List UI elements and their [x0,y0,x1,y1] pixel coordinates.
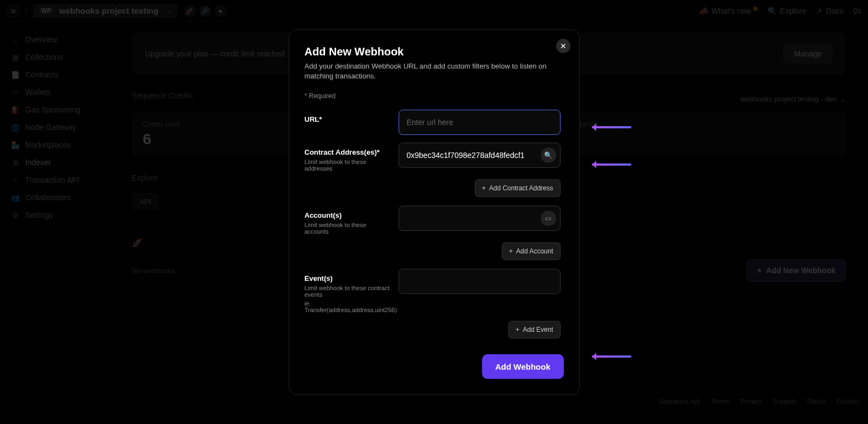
wallet-icon: ▭ [545,214,551,222]
close-button[interactable]: ✕ [556,38,570,53]
events-help-example: ie. Transfer(address,address,uint256) [305,300,390,313]
events-label: Event(s) Limit webhook to these contract… [305,269,390,313]
add-contract-label: Add Contract Address [489,184,553,192]
close-icon: ✕ [560,41,567,50]
accounts-label: Account(s) Limit webhook to these accoun… [305,206,390,235]
plus-icon: + [516,326,519,333]
modal-title: Add New Webhook [305,45,564,58]
events-label-text: Event(s) [305,274,333,282]
add-webhook-modal: ✕ Add New Webhook Add your destination W… [289,29,580,394]
contract-label: Contract Address(es)* Limit webhook to t… [305,143,390,172]
accounts-label-text: Account(s) [305,211,342,219]
wallet-picker-button[interactable]: ▭ [541,211,556,226]
contract-label-text: Contract Address(es)* [305,148,380,156]
add-event-button[interactable]: + Add Event [508,321,560,338]
add-webhook-submit-button[interactable]: Add Webhook [482,354,564,379]
add-contract-address-button[interactable]: + Add Contract Address [475,179,561,197]
add-account-button[interactable]: + Add Account [502,242,560,260]
add-event-label: Add Event [523,326,553,333]
account-input[interactable] [399,206,561,231]
plus-icon: + [482,184,486,192]
accounts-help: Limit webhook to these accounts [305,222,390,235]
annotation-arrow-contract [592,163,631,166]
modal-body: URL* Contract Address(es)* Limit webhook… [305,110,564,346]
url-label: URL* [305,110,390,123]
search-contract-button[interactable]: 🔍 [541,148,556,163]
search-icon: 🔍 [544,151,552,159]
add-account-label: Add Account [516,247,553,255]
url-input[interactable] [399,110,561,135]
contract-address-input[interactable] [399,143,561,168]
events-help: Limit webhook to these contract events [305,285,390,298]
plus-icon: + [509,247,513,255]
annotation-arrow-url [592,126,631,128]
modal-subtitle: Add your destination Webhook URL and add… [305,61,564,81]
annotation-arrow-submit [592,355,631,358]
required-note: * Required [305,92,564,100]
contract-help: Limit webhook to these addresses [305,159,390,172]
event-input[interactable] [399,269,561,294]
